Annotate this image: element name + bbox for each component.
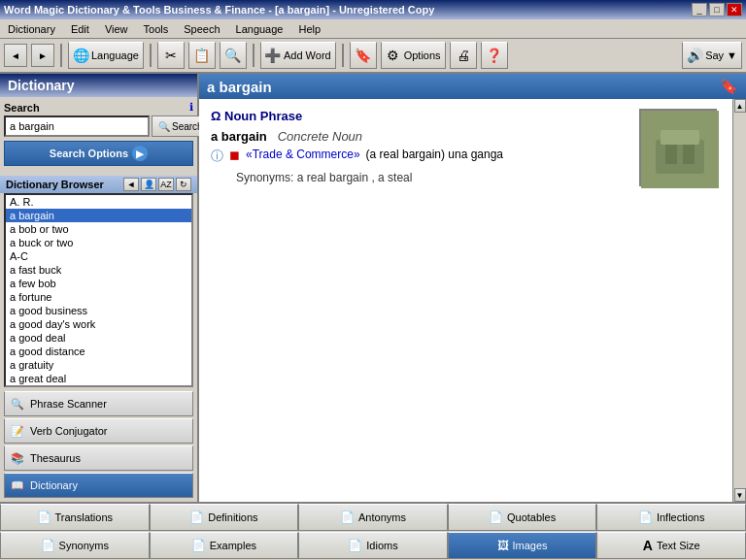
menu-view[interactable]: View [101, 21, 132, 37]
copy-button[interactable]: ✂ [157, 42, 185, 69]
forward-button[interactable]: ► [31, 44, 54, 67]
tab-synonyms[interactable]: 📄 Synonyms [0, 532, 150, 559]
left-panel-header: Dictionary [0, 74, 197, 97]
minimize-button[interactable]: _ [692, 3, 707, 16]
tab-antonyms[interactable]: 📄 Antonyms [298, 504, 448, 531]
quotables-icon: 📄 [489, 511, 503, 524]
tab-examples[interactable]: 📄 Examples [150, 532, 299, 559]
scroll-track [734, 113, 746, 488]
content-bookmark-icon[interactable]: 🔖 [720, 78, 738, 95]
dict-list-item[interactable]: a few bob [6, 277, 191, 290]
phrase-scanner-button[interactable]: 🔍 Phrase Scanner [4, 391, 193, 416]
svg-rect-4 [683, 145, 695, 164]
maximize-button[interactable]: □ [709, 3, 725, 16]
dict-back-icon[interactable]: ◄ [123, 178, 139, 191]
tab-images[interactable]: 🖼 Images [448, 532, 597, 559]
svg-rect-2 [661, 130, 699, 145]
dict-list-item[interactable]: a buck or two [6, 236, 191, 249]
tab-translations[interactable]: 📄 Translations [0, 504, 150, 531]
info-circle-icon: ⓘ [211, 148, 223, 165]
back-button[interactable]: ◄ [4, 44, 27, 67]
dict-list-item[interactable]: a bargain [6, 209, 191, 222]
scroll-down-button[interactable]: ▼ [734, 488, 746, 502]
examples-icon: 📄 [191, 539, 206, 552]
menu-edit[interactable]: Edit [67, 21, 93, 37]
language-button[interactable]: 🌐 Language [68, 42, 144, 69]
copy-icon: ✂ [163, 48, 179, 63]
dict-list-item[interactable]: a good distance [6, 345, 191, 358]
dict-browser-label: Dictionary Browser [6, 179, 104, 190]
title-bar: Word Magic Dictionary & Tools Business &… [0, 0, 746, 19]
say-button[interactable]: 🔊 Say ▼ [682, 42, 742, 69]
synonyms-tab-icon: 📄 [41, 539, 55, 552]
help-button[interactable]: ❓ [481, 42, 508, 69]
translations-icon: 📄 [37, 511, 51, 524]
dict-list-item[interactable]: a fortune [6, 290, 191, 304]
inflections-icon: 📄 [638, 511, 653, 524]
dict-list-item[interactable]: A-C [6, 249, 191, 263]
thesaurus-button[interactable]: 📚 Thesaurus [4, 445, 193, 471]
dictionary-button[interactable]: 📖 Dictionary [4, 473, 193, 498]
verb-conjugator-button[interactable]: 📝 Verb Conjugator [4, 418, 193, 444]
thesaurus-icon: 📚 [11, 452, 24, 465]
search-options-button[interactable]: Search Options ▶ [4, 141, 193, 166]
definitions-icon: 📄 [189, 511, 204, 524]
dict-list-item[interactable]: a good deal [6, 331, 191, 345]
images-icon: 🖼 [497, 539, 509, 552]
menu-speech[interactable]: Speech [180, 21, 223, 37]
dict-list-item[interactable]: a bob or two [6, 222, 191, 236]
dict-list[interactable]: A. R.a bargaina bob or twoa buck or twoA… [4, 193, 193, 387]
entry-image [639, 109, 717, 186]
search-button-icon: 🔍 [158, 121, 170, 132]
bookmark-button[interactable]: 🔖 [350, 42, 377, 69]
antonyms-icon: 📄 [340, 511, 355, 524]
menu-help[interactable]: Help [294, 21, 324, 37]
add-word-button[interactable]: ➕ Add Word [260, 42, 336, 69]
dict-list-item[interactable]: a good business [6, 304, 191, 317]
paste-button[interactable]: 📋 [188, 42, 216, 69]
dict-browser-toolbar: ◄ 👤 AZ ↻ [123, 178, 191, 191]
close-button[interactable]: ✕ [727, 3, 742, 16]
dict-list-item[interactable]: A. R. [6, 195, 191, 209]
menu-dictionary[interactable]: Dictionary [4, 21, 59, 37]
left-panel: Dictionary Search ℹ 🔍 Search Search Opti… [0, 74, 199, 502]
help-icon: ❓ [487, 48, 502, 63]
dict-list-item[interactable]: a gratuity [6, 358, 191, 372]
tab-inflections[interactable]: 📄 Inflections [596, 504, 746, 531]
phrase-scanner-icon: 🔍 [11, 398, 24, 411]
menu-language[interactable]: Language [232, 21, 288, 37]
separator-3 [253, 44, 254, 67]
dict-list-item[interactable]: a fast buck [6, 263, 191, 277]
idioms-icon: 📄 [348, 539, 362, 552]
options-row: Search Options ▶ [4, 141, 193, 172]
add-word-icon: ➕ [265, 48, 281, 63]
sound-icon[interactable]: ◼ [229, 148, 240, 162]
left-bottom: 🔍 Phrase Scanner 📝 Verb Conjugator 📚 The… [0, 387, 197, 502]
vertical-scrollbar[interactable]: ▲ ▼ [732, 99, 746, 502]
scroll-up-button[interactable]: ▲ [734, 99, 746, 113]
menu-tools[interactable]: Tools [140, 21, 173, 37]
dict-az-icon[interactable]: AZ [158, 178, 174, 191]
tab-quotables[interactable]: 📄 Quotables [448, 504, 597, 531]
dict-list-item[interactable]: a good day's work [6, 317, 191, 331]
content-title: a bargain [207, 79, 272, 95]
menu-bar: Dictionary Edit View Tools Speech Langua… [0, 19, 746, 39]
entry-translation: (a real bargain) una ganga [366, 148, 503, 161]
entry-image-svg [641, 111, 719, 188]
category-link[interactable]: «Trade & Commerce» [246, 148, 360, 161]
find-button[interactable]: 🔍 [220, 42, 247, 69]
options-button[interactable]: ⚙ Options [381, 42, 446, 69]
dict-refresh-icon[interactable]: ↻ [176, 178, 191, 191]
dict-person-icon[interactable]: 👤 [141, 178, 156, 191]
tab-definitions[interactable]: 📄 Definitions [150, 504, 299, 531]
search-options-label: Search Options [50, 148, 128, 159]
tab-idioms[interactable]: 📄 Idioms [298, 532, 448, 559]
tabs-row-2: 📄 Synonyms 📄 Examples 📄 Idioms 🖼 Images … [0, 532, 746, 560]
search-input[interactable] [4, 115, 150, 137]
search-info-icon[interactable]: ℹ [189, 101, 193, 114]
print-button[interactable]: 🖨 [450, 42, 477, 69]
window-controls[interactable]: _ □ ✕ [692, 3, 742, 16]
dict-list-item[interactable]: a great deal [6, 372, 191, 385]
tab-text-size[interactable]: A Text Size [596, 532, 746, 559]
synonyms-values: a real bargain , a steal [297, 171, 413, 184]
